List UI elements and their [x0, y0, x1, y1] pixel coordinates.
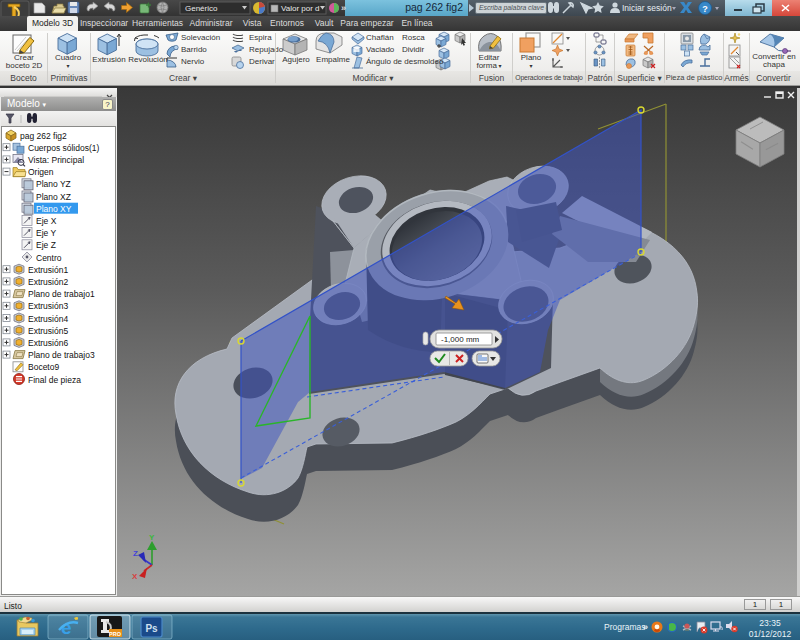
svg-text:Programas: Programas	[604, 622, 646, 632]
svg-text:Ps: Ps	[145, 623, 158, 634]
svg-text:Plano XY: Plano XY	[36, 204, 72, 214]
svg-text:Boceto9: Boceto9	[28, 362, 59, 372]
svg-text:»: »	[341, 3, 346, 13]
svg-text:Extrusión3: Extrusión3	[28, 301, 68, 311]
svg-text:Genérico: Genérico	[185, 4, 218, 13]
svg-text:Iniciar sesión: Iniciar sesión	[622, 3, 672, 13]
svg-text:PRO: PRO	[109, 631, 122, 637]
svg-text:Extrusión5: Extrusión5	[28, 326, 68, 336]
svg-text:?: ?	[702, 4, 708, 14]
svg-text:pag 262 fig2: pag 262 fig2	[20, 131, 67, 141]
svg-text:»: »	[643, 622, 648, 632]
svg-text:Extrusión1: Extrusión1	[28, 265, 68, 275]
svg-text:Cuerpos sólidos(1): Cuerpos sólidos(1)	[28, 143, 100, 153]
svg-text:Extrusión2: Extrusión2	[28, 277, 68, 287]
svg-text:01/12/2012: 01/12/2012	[749, 629, 792, 639]
svg-text:Valor por d: Valor por d	[281, 4, 320, 13]
svg-text:Plano XZ: Plano XZ	[36, 192, 71, 202]
svg-text:Final de pieza: Final de pieza	[28, 375, 81, 385]
svg-text:Y: Y	[149, 533, 155, 542]
svg-text:Z: Z	[133, 549, 138, 558]
svg-text:Plano de trabajo3: Plano de trabajo3	[28, 350, 95, 360]
svg-text:Centro: Centro	[36, 253, 62, 263]
svg-text:Origen: Origen	[28, 167, 54, 177]
svg-text:Vista: Principal: Vista: Principal	[28, 155, 84, 165]
svg-text:Eje X: Eje X	[36, 216, 57, 226]
svg-text:Eje Z: Eje Z	[36, 240, 56, 250]
svg-text:X: X	[132, 572, 138, 581]
svg-text:Extrusión6: Extrusión6	[28, 338, 68, 348]
svg-text:23:35: 23:35	[759, 618, 781, 628]
svg-text:-1,000 mm: -1,000 mm	[441, 335, 480, 344]
svg-text:Eje Y: Eje Y	[36, 228, 56, 238]
svg-text:Plano de trabajo1: Plano de trabajo1	[28, 289, 95, 299]
svg-text:Extrusión4: Extrusión4	[28, 314, 68, 324]
svg-text:Plano YZ: Plano YZ	[36, 179, 71, 189]
